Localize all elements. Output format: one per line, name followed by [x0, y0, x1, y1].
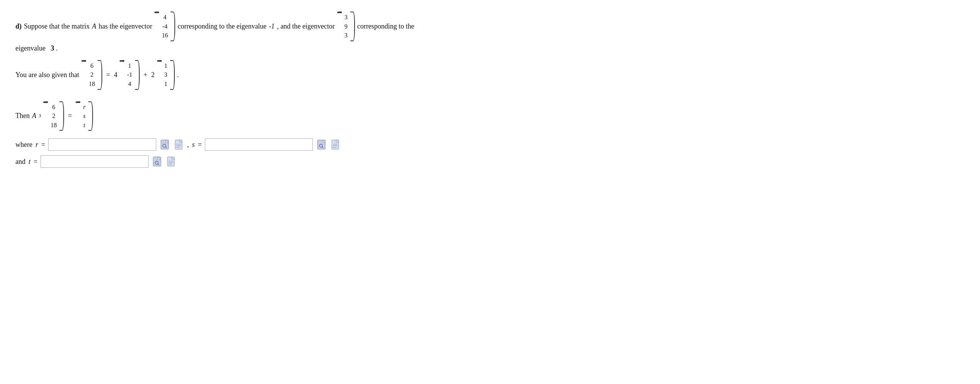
eigenvec2-row3: 3 — [345, 31, 348, 40]
paren-right-given-lhs — [98, 60, 102, 90]
given-vec2-matrix: 1 -1 4 — [120, 60, 139, 90]
eigenvec1-values: 4 -4 16 — [160, 12, 169, 41]
given-plus: + — [142, 71, 149, 79]
then-prefix: Then — [15, 112, 30, 120]
period-1: . — [56, 44, 58, 52]
eigenvalue2-value: 3 — [51, 44, 54, 52]
eigenvec2-row1: 3 — [345, 13, 348, 22]
then-rhs-row3: t — [83, 121, 85, 130]
given-coeff2: 2 — [151, 71, 155, 79]
paren-right-then-rhs — [88, 101, 93, 131]
then-matrix-name: A — [32, 112, 36, 120]
where-eq1: = — [41, 141, 45, 149]
given-vec2-row3: 4 — [128, 80, 131, 88]
given-line: You are also given that 6 2 18 = 4 1 -1 … — [15, 60, 556, 90]
given-eq: = — [105, 71, 112, 79]
paren-right-given-vec3 — [170, 60, 175, 90]
s-doc-icon — [331, 140, 339, 150]
r-doc-icon — [175, 140, 182, 150]
then-rhs-values: r s t — [81, 101, 87, 131]
corresponding-to-text-2: corresponding to the — [357, 21, 414, 32]
corresponding-to-text-1: corresponding to the eigenvalue — [177, 21, 266, 32]
where-line: where r = , s = — [15, 138, 556, 151]
given-prefix: You are also given that — [15, 71, 79, 79]
given-vec2-row1: 1 — [128, 62, 131, 70]
and-eq: = — [34, 158, 37, 166]
svg-rect-18 — [153, 157, 161, 166]
t-input[interactable] — [41, 155, 149, 168]
given-vec3-row1: 1 — [164, 62, 167, 70]
then-lhs-row2: 2 — [52, 112, 55, 120]
part-description: Suppose that the matrix — [24, 21, 90, 32]
then-eq: = — [66, 112, 73, 120]
r-input[interactable] — [48, 138, 156, 151]
eigenvec1-row3: 16 — [162, 31, 168, 40]
eigenvalue1: -1 — [269, 21, 275, 32]
t-doc-icon-btn[interactable] — [166, 156, 176, 167]
given-period: . — [177, 71, 179, 79]
eigenvec2-row2: 9 — [345, 22, 348, 31]
given-coeff1: 4 — [114, 71, 117, 79]
then-lhs-matrix: 6 2 18 — [43, 101, 64, 131]
t-doc-icon — [167, 157, 175, 167]
eigenvalue-line: eigenvalue 3 . — [15, 44, 556, 52]
s-doc-icon-btn[interactable] — [330, 139, 341, 150]
paren-left-given-vec3 — [157, 60, 162, 62]
r-label: r — [35, 141, 38, 149]
where-comma: , — [187, 141, 189, 149]
t-search-icon — [153, 157, 161, 167]
matrix-name-1: A — [92, 21, 96, 32]
then-lhs-row1: 6 — [52, 103, 55, 111]
given-vec3-matrix: 1 3 1 — [157, 60, 175, 90]
then-lhs-row3: 18 — [51, 121, 57, 130]
and-line: and t = — [15, 155, 556, 168]
s-input[interactable] — [205, 138, 313, 151]
given-lhs-matrix: 6 2 18 — [81, 60, 102, 90]
paren-right-2 — [350, 12, 355, 41]
eigenvec2-values: 3 9 3 — [343, 12, 349, 41]
eigenvec2-matrix: 3 9 3 — [337, 12, 355, 41]
eigenvalue-label: eigenvalue — [15, 44, 46, 52]
has-eigenvector-text: has the eigenvector — [99, 21, 152, 32]
r-search-icon-btn[interactable] — [159, 139, 170, 150]
then-rhs-row2: s — [83, 112, 85, 120]
eigenvec1-matrix: 4 -4 16 — [154, 12, 175, 41]
paren-right-given-vec2 — [135, 60, 140, 90]
paren-left-given-lhs — [81, 60, 86, 62]
part-d-line: d) Suppose that the matrix A has the eig… — [15, 12, 556, 41]
t-search-icon-btn[interactable] — [152, 156, 162, 167]
then-line: Then A3 6 2 18 = r s t — [15, 101, 556, 131]
where-prefix: where — [15, 141, 32, 149]
then-superscript: 3 — [39, 113, 41, 119]
and-prefix: and — [15, 158, 25, 166]
paren-left-1 — [154, 12, 159, 13]
then-rhs-row1: r — [83, 103, 85, 111]
paren-left-then-lhs — [43, 101, 48, 103]
given-vec3-row3: 1 — [164, 80, 167, 88]
where-eq2: = — [198, 141, 202, 149]
given-lhs-row1: 6 — [90, 62, 93, 70]
given-vec2-row2: -1 — [127, 71, 132, 79]
given-vec3-row2: 3 — [164, 71, 167, 79]
and-eigenvec-text: , and the eigenvector — [277, 21, 335, 32]
svg-rect-9 — [318, 140, 325, 149]
s-search-icon-btn[interactable] — [316, 139, 327, 150]
t-label: t — [29, 158, 30, 166]
given-vec3-values: 1 3 1 — [163, 60, 169, 90]
s-search-icon — [317, 140, 326, 150]
eigenvec1-row1: 4 — [163, 13, 166, 22]
paren-left-then-rhs — [76, 101, 80, 103]
paren-right-1 — [171, 12, 175, 41]
main-content: d) Suppose that the matrix A has the eig… — [15, 12, 556, 168]
given-lhs-values: 6 2 18 — [87, 60, 96, 90]
eigenvec1-row2: -4 — [162, 22, 167, 31]
given-lhs-row3: 18 — [89, 80, 95, 88]
r-doc-icon-btn[interactable] — [173, 139, 184, 150]
given-lhs-row2: 2 — [90, 71, 93, 79]
given-vec2-values: 1 -1 4 — [125, 60, 133, 90]
paren-right-then-lhs — [59, 101, 64, 131]
part-label: d) — [15, 21, 22, 32]
paren-left-given-vec2 — [120, 60, 124, 62]
then-lhs-values: 6 2 18 — [49, 101, 58, 131]
paren-left-2 — [337, 12, 342, 13]
